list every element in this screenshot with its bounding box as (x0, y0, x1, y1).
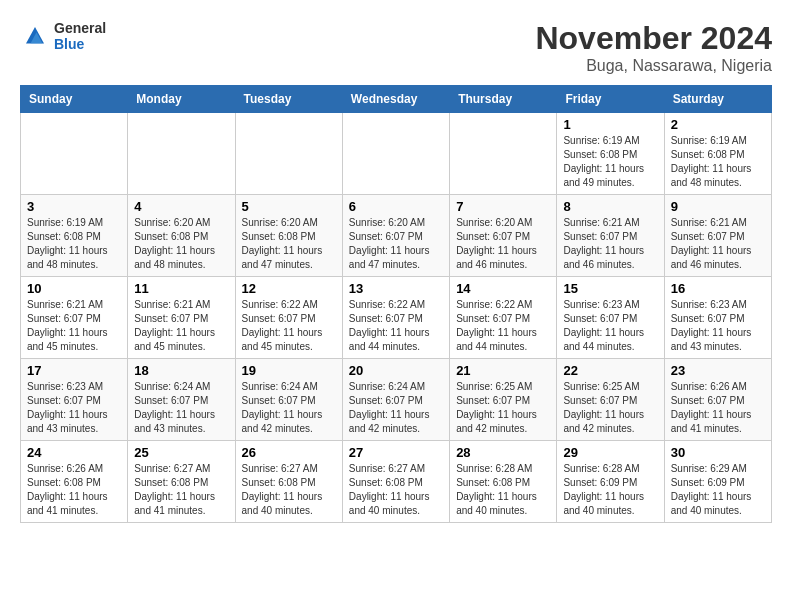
day-number: 22 (563, 363, 657, 378)
calendar-cell: 14Sunrise: 6:22 AM Sunset: 6:07 PM Dayli… (450, 277, 557, 359)
calendar-cell (235, 113, 342, 195)
calendar-cell: 20Sunrise: 6:24 AM Sunset: 6:07 PM Dayli… (342, 359, 449, 441)
day-info: Sunrise: 6:22 AM Sunset: 6:07 PM Dayligh… (349, 298, 443, 354)
day-number: 20 (349, 363, 443, 378)
day-number: 17 (27, 363, 121, 378)
day-number: 15 (563, 281, 657, 296)
day-number: 11 (134, 281, 228, 296)
calendar-cell: 29Sunrise: 6:28 AM Sunset: 6:09 PM Dayli… (557, 441, 664, 523)
calendar-header: SundayMondayTuesdayWednesdayThursdayFrid… (21, 86, 772, 113)
calendar-cell: 5Sunrise: 6:20 AM Sunset: 6:08 PM Daylig… (235, 195, 342, 277)
calendar-table: SundayMondayTuesdayWednesdayThursdayFrid… (20, 85, 772, 523)
logo-blue-text: Blue (54, 36, 106, 52)
day-number: 13 (349, 281, 443, 296)
day-number: 1 (563, 117, 657, 132)
calendar-cell: 3Sunrise: 6:19 AM Sunset: 6:08 PM Daylig… (21, 195, 128, 277)
calendar-cell: 8Sunrise: 6:21 AM Sunset: 6:07 PM Daylig… (557, 195, 664, 277)
calendar-cell (128, 113, 235, 195)
day-number: 24 (27, 445, 121, 460)
day-info: Sunrise: 6:27 AM Sunset: 6:08 PM Dayligh… (242, 462, 336, 518)
day-info: Sunrise: 6:21 AM Sunset: 6:07 PM Dayligh… (27, 298, 121, 354)
calendar-cell: 2Sunrise: 6:19 AM Sunset: 6:08 PM Daylig… (664, 113, 771, 195)
calendar-cell: 10Sunrise: 6:21 AM Sunset: 6:07 PM Dayli… (21, 277, 128, 359)
day-info: Sunrise: 6:20 AM Sunset: 6:07 PM Dayligh… (456, 216, 550, 272)
day-number: 12 (242, 281, 336, 296)
calendar-cell: 23Sunrise: 6:26 AM Sunset: 6:07 PM Dayli… (664, 359, 771, 441)
day-info: Sunrise: 6:24 AM Sunset: 6:07 PM Dayligh… (242, 380, 336, 436)
calendar-cell: 13Sunrise: 6:22 AM Sunset: 6:07 PM Dayli… (342, 277, 449, 359)
day-info: Sunrise: 6:28 AM Sunset: 6:09 PM Dayligh… (563, 462, 657, 518)
header-sunday: Sunday (21, 86, 128, 113)
logo-text: General Blue (54, 20, 106, 52)
logo: General Blue (20, 20, 106, 52)
day-info: Sunrise: 6:27 AM Sunset: 6:08 PM Dayligh… (134, 462, 228, 518)
calendar-cell (21, 113, 128, 195)
day-number: 28 (456, 445, 550, 460)
calendar-cell: 22Sunrise: 6:25 AM Sunset: 6:07 PM Dayli… (557, 359, 664, 441)
day-number: 10 (27, 281, 121, 296)
day-info: Sunrise: 6:29 AM Sunset: 6:09 PM Dayligh… (671, 462, 765, 518)
day-number: 29 (563, 445, 657, 460)
title-block: November 2024 Buga, Nassarawa, Nigeria (535, 20, 772, 75)
day-info: Sunrise: 6:20 AM Sunset: 6:08 PM Dayligh… (242, 216, 336, 272)
day-info: Sunrise: 6:19 AM Sunset: 6:08 PM Dayligh… (563, 134, 657, 190)
header-friday: Friday (557, 86, 664, 113)
day-info: Sunrise: 6:24 AM Sunset: 6:07 PM Dayligh… (134, 380, 228, 436)
calendar-cell: 30Sunrise: 6:29 AM Sunset: 6:09 PM Dayli… (664, 441, 771, 523)
day-info: Sunrise: 6:20 AM Sunset: 6:07 PM Dayligh… (349, 216, 443, 272)
day-info: Sunrise: 6:21 AM Sunset: 6:07 PM Dayligh… (134, 298, 228, 354)
page-header: General Blue November 2024 Buga, Nassara… (20, 20, 772, 75)
calendar-cell: 24Sunrise: 6:26 AM Sunset: 6:08 PM Dayli… (21, 441, 128, 523)
logo-icon (20, 21, 50, 51)
day-number: 14 (456, 281, 550, 296)
day-info: Sunrise: 6:22 AM Sunset: 6:07 PM Dayligh… (456, 298, 550, 354)
calendar-cell: 27Sunrise: 6:27 AM Sunset: 6:08 PM Dayli… (342, 441, 449, 523)
day-number: 5 (242, 199, 336, 214)
day-info: Sunrise: 6:28 AM Sunset: 6:08 PM Dayligh… (456, 462, 550, 518)
day-info: Sunrise: 6:21 AM Sunset: 6:07 PM Dayligh… (563, 216, 657, 272)
calendar-cell: 17Sunrise: 6:23 AM Sunset: 6:07 PM Dayli… (21, 359, 128, 441)
calendar-body: 1Sunrise: 6:19 AM Sunset: 6:08 PM Daylig… (21, 113, 772, 523)
day-info: Sunrise: 6:19 AM Sunset: 6:08 PM Dayligh… (671, 134, 765, 190)
calendar-cell: 26Sunrise: 6:27 AM Sunset: 6:08 PM Dayli… (235, 441, 342, 523)
subtitle: Buga, Nassarawa, Nigeria (535, 57, 772, 75)
day-number: 30 (671, 445, 765, 460)
calendar-cell (450, 113, 557, 195)
day-number: 26 (242, 445, 336, 460)
day-number: 4 (134, 199, 228, 214)
header-monday: Monday (128, 86, 235, 113)
calendar-cell: 25Sunrise: 6:27 AM Sunset: 6:08 PM Dayli… (128, 441, 235, 523)
day-number: 3 (27, 199, 121, 214)
day-info: Sunrise: 6:24 AM Sunset: 6:07 PM Dayligh… (349, 380, 443, 436)
calendar-cell: 11Sunrise: 6:21 AM Sunset: 6:07 PM Dayli… (128, 277, 235, 359)
calendar-cell: 7Sunrise: 6:20 AM Sunset: 6:07 PM Daylig… (450, 195, 557, 277)
calendar-cell: 16Sunrise: 6:23 AM Sunset: 6:07 PM Dayli… (664, 277, 771, 359)
day-number: 27 (349, 445, 443, 460)
day-info: Sunrise: 6:25 AM Sunset: 6:07 PM Dayligh… (456, 380, 550, 436)
day-info: Sunrise: 6:20 AM Sunset: 6:08 PM Dayligh… (134, 216, 228, 272)
day-number: 8 (563, 199, 657, 214)
week-row-4: 17Sunrise: 6:23 AM Sunset: 6:07 PM Dayli… (21, 359, 772, 441)
week-row-1: 1Sunrise: 6:19 AM Sunset: 6:08 PM Daylig… (21, 113, 772, 195)
calendar-cell: 1Sunrise: 6:19 AM Sunset: 6:08 PM Daylig… (557, 113, 664, 195)
day-info: Sunrise: 6:25 AM Sunset: 6:07 PM Dayligh… (563, 380, 657, 436)
day-number: 23 (671, 363, 765, 378)
day-number: 16 (671, 281, 765, 296)
day-number: 6 (349, 199, 443, 214)
calendar-cell: 4Sunrise: 6:20 AM Sunset: 6:08 PM Daylig… (128, 195, 235, 277)
day-number: 21 (456, 363, 550, 378)
calendar-cell: 6Sunrise: 6:20 AM Sunset: 6:07 PM Daylig… (342, 195, 449, 277)
header-tuesday: Tuesday (235, 86, 342, 113)
header-thursday: Thursday (450, 86, 557, 113)
day-info: Sunrise: 6:26 AM Sunset: 6:08 PM Dayligh… (27, 462, 121, 518)
calendar-cell: 9Sunrise: 6:21 AM Sunset: 6:07 PM Daylig… (664, 195, 771, 277)
calendar-cell: 19Sunrise: 6:24 AM Sunset: 6:07 PM Dayli… (235, 359, 342, 441)
day-info: Sunrise: 6:19 AM Sunset: 6:08 PM Dayligh… (27, 216, 121, 272)
logo-general-text: General (54, 20, 106, 36)
day-info: Sunrise: 6:27 AM Sunset: 6:08 PM Dayligh… (349, 462, 443, 518)
week-row-3: 10Sunrise: 6:21 AM Sunset: 6:07 PM Dayli… (21, 277, 772, 359)
week-row-5: 24Sunrise: 6:26 AM Sunset: 6:08 PM Dayli… (21, 441, 772, 523)
day-info: Sunrise: 6:22 AM Sunset: 6:07 PM Dayligh… (242, 298, 336, 354)
calendar-cell: 15Sunrise: 6:23 AM Sunset: 6:07 PM Dayli… (557, 277, 664, 359)
day-info: Sunrise: 6:23 AM Sunset: 6:07 PM Dayligh… (27, 380, 121, 436)
